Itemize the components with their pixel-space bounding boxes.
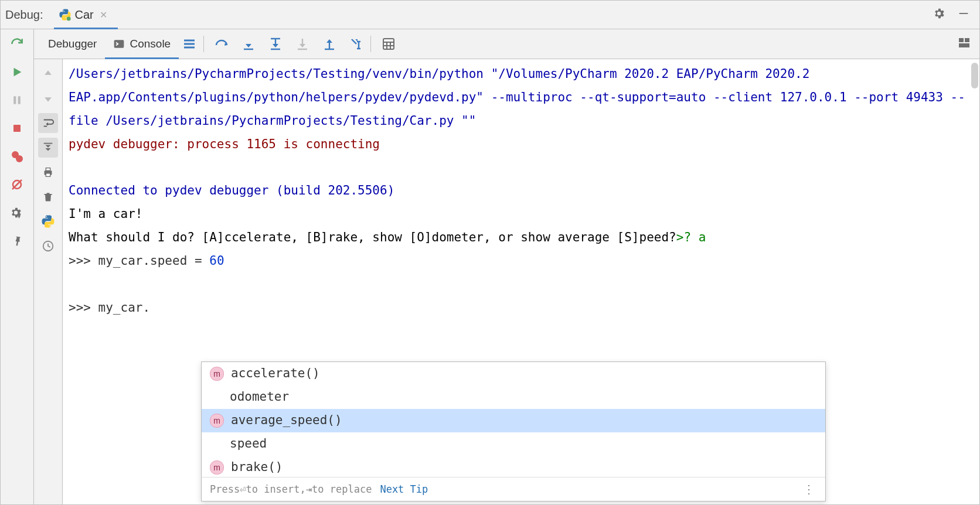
- svg-rect-2: [13, 96, 16, 104]
- python-prompt-icon[interactable]: [38, 211, 58, 231]
- run-config-tab-label: Car: [75, 8, 94, 22]
- autocomplete-item-label: speed: [230, 432, 267, 456]
- svg-rect-3: [18, 96, 21, 104]
- python-file-icon: [59, 8, 72, 21]
- svg-rect-31: [959, 43, 969, 47]
- autocomplete-items: maccelerate()odometermaverage_speed()spe…: [202, 362, 825, 477]
- tab-key-icon: ⇥: [306, 480, 312, 499]
- field-badge-icon: [210, 391, 223, 404]
- step-out-icon[interactable]: [322, 37, 336, 51]
- console-output[interactable]: /Users/jetbrains/PycharmProjects/Testing…: [63, 59, 979, 504]
- stdout-line-1: I'm a car!: [69, 203, 975, 226]
- autocomplete-item[interactable]: maverage_speed(): [202, 409, 825, 432]
- minimize-icon[interactable]: [957, 7, 970, 23]
- force-step-into-icon[interactable]: [295, 37, 309, 51]
- autocomplete-item[interactable]: speed: [202, 432, 825, 456]
- toolbar-separator: [370, 36, 371, 52]
- connected-line: Connected to pydev debugger (build 202.5…: [69, 179, 975, 203]
- history-icon[interactable]: [38, 236, 58, 256]
- clear-all-icon[interactable]: [38, 187, 58, 207]
- toolbar-separator: [203, 36, 204, 52]
- soft-wrap-icon[interactable]: [38, 113, 58, 133]
- repl-line-1: >>> my_car.speed = 60: [69, 250, 975, 273]
- svg-rect-30: [965, 38, 969, 42]
- console-gutter: [34, 59, 63, 504]
- view-breakpoints-button[interactable]: [8, 148, 26, 165]
- scroll-down-icon[interactable]: [38, 88, 58, 108]
- rerun-button[interactable]: [8, 35, 26, 53]
- svg-rect-24: [383, 39, 394, 49]
- more-options-icon[interactable]: ⋮: [803, 478, 815, 500]
- autocomplete-item[interactable]: maccelerate(): [202, 362, 825, 385]
- method-badge-icon: m: [210, 460, 224, 475]
- stdin-line: What should I do? [A]ccelerate, [B]rake,…: [69, 226, 975, 250]
- debug-settings-button[interactable]: ▾: [8, 204, 26, 221]
- step-over-icon[interactable]: [215, 37, 229, 51]
- run-config-tab-car[interactable]: Car ✕: [54, 1, 118, 29]
- console-text: /Users/jetbrains/PycharmProjects/Testing…: [63, 59, 979, 320]
- autocomplete-footer: Press ⏎ to insert, ⇥ to replace Next Tip…: [202, 477, 825, 501]
- step-into-my-code-icon[interactable]: [268, 37, 283, 51]
- stop-button[interactable]: [8, 120, 26, 137]
- scroll-up-icon[interactable]: [38, 64, 58, 84]
- svg-point-6: [16, 155, 23, 162]
- pause-button[interactable]: [8, 91, 26, 109]
- method-badge-icon: m: [210, 367, 224, 381]
- debug-toolbar: Debugger Console: [34, 29, 979, 59]
- autocomplete-item-label: brake(): [231, 456, 283, 477]
- evaluate-expression-icon[interactable]: [382, 37, 396, 51]
- autocomplete-item[interactable]: mbrake(): [202, 456, 825, 477]
- debug-titlebar: Debug: Car ✕: [1, 1, 979, 29]
- svg-rect-29: [959, 38, 964, 42]
- threads-view-icon[interactable]: [182, 37, 196, 51]
- method-badge-icon: m: [210, 414, 224, 428]
- debug-session-gutter: ▾: [1, 29, 34, 504]
- run-to-cursor-icon[interactable]: [349, 37, 363, 51]
- close-tab-icon[interactable]: ✕: [100, 9, 107, 21]
- field-badge-icon: [210, 438, 223, 451]
- svg-rect-36: [46, 173, 50, 177]
- command-line: /Users/jetbrains/PycharmProjects/Testing…: [69, 63, 975, 133]
- debug-tool-window: Debug: Car ✕: [0, 0, 980, 505]
- console-icon: [113, 38, 125, 50]
- svg-rect-35: [46, 168, 50, 171]
- svg-rect-4: [13, 125, 21, 132]
- next-tip-link[interactable]: Next Tip: [380, 480, 428, 499]
- step-into-icon[interactable]: [241, 37, 256, 51]
- svg-point-0: [66, 16, 70, 21]
- print-icon[interactable]: [38, 162, 58, 182]
- tab-debugger[interactable]: Debugger: [40, 29, 105, 59]
- connecting-line: pydev debugger: process 1165 is connecti…: [69, 133, 975, 156]
- autocomplete-item-label: odometer: [230, 385, 289, 409]
- resume-button[interactable]: [8, 63, 26, 81]
- tab-console[interactable]: Console: [105, 29, 179, 59]
- enter-key-icon: ⏎: [240, 480, 246, 499]
- svg-rect-9: [114, 40, 124, 47]
- autocomplete-item[interactable]: odometer: [202, 385, 825, 409]
- autocomplete-item-label: accelerate(): [231, 362, 320, 385]
- tool-window-title: Debug:: [5, 8, 43, 22]
- scroll-to-end-icon[interactable]: [38, 138, 58, 158]
- mute-breakpoints-button[interactable]: [8, 176, 26, 193]
- scrollbar-thumb[interactable]: [971, 63, 978, 88]
- autocomplete-popup: maccelerate()odometermaverage_speed()spe…: [201, 361, 826, 501]
- svg-rect-33: [44, 143, 53, 144]
- gear-icon[interactable]: [933, 7, 945, 23]
- layout-settings-icon[interactable]: [957, 36, 971, 53]
- autocomplete-item-label: average_speed(): [231, 409, 342, 432]
- pin-tab-button[interactable]: [8, 232, 26, 250]
- repl-line-2[interactable]: >>> my_car.: [69, 296, 975, 320]
